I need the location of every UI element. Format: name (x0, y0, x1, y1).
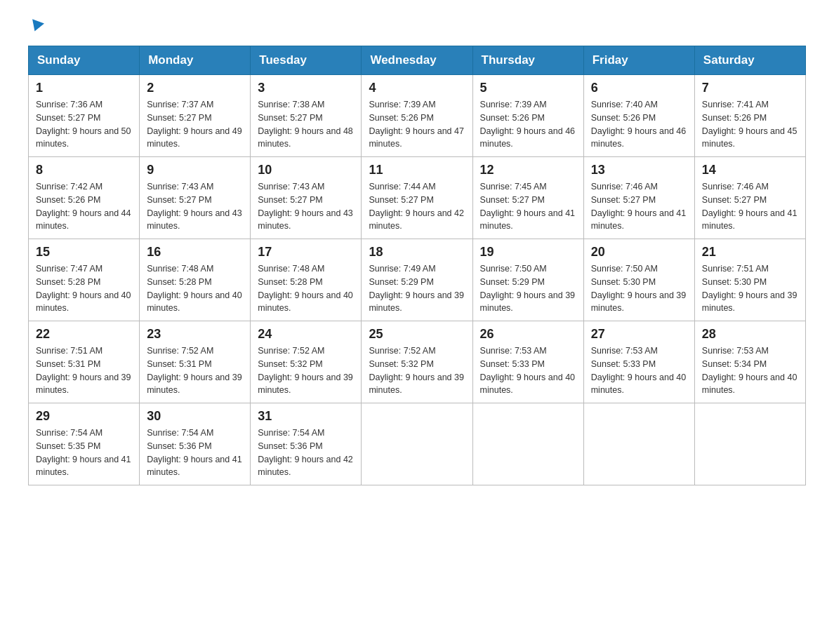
calendar-cell: 13Sunrise: 7:46 AMSunset: 5:27 PMDayligh… (583, 157, 694, 239)
day-number: 3 (258, 81, 354, 95)
calendar-cell: 7Sunrise: 7:41 AMSunset: 5:26 PMDaylight… (694, 75, 805, 157)
day-info: Sunrise: 7:43 AMSunset: 5:27 PMDaylight:… (258, 180, 354, 233)
calendar-cell: 12Sunrise: 7:45 AMSunset: 5:27 PMDayligh… (472, 157, 583, 239)
day-number: 16 (147, 245, 243, 260)
day-number: 27 (591, 327, 687, 342)
week-row-2: 8Sunrise: 7:42 AMSunset: 5:26 PMDaylight… (29, 157, 806, 239)
calendar-cell: 6Sunrise: 7:40 AMSunset: 5:26 PMDaylight… (583, 75, 694, 157)
day-info: Sunrise: 7:48 AMSunset: 5:28 PMDaylight:… (258, 262, 354, 315)
calendar-cell: 8Sunrise: 7:42 AMSunset: 5:26 PMDaylight… (29, 157, 140, 239)
day-info: Sunrise: 7:50 AMSunset: 5:30 PMDaylight:… (591, 262, 687, 315)
calendar-cell: 11Sunrise: 7:44 AMSunset: 5:27 PMDayligh… (362, 157, 472, 239)
day-info: Sunrise: 7:52 AMSunset: 5:32 PMDaylight:… (258, 344, 354, 397)
calendar-cell: 23Sunrise: 7:52 AMSunset: 5:31 PMDayligh… (140, 321, 251, 403)
calendar-cell: 15Sunrise: 7:47 AMSunset: 5:28 PMDayligh… (29, 239, 140, 321)
day-info: Sunrise: 7:44 AMSunset: 5:27 PMDaylight:… (369, 180, 465, 233)
day-info: Sunrise: 7:45 AMSunset: 5:27 PMDaylight:… (480, 180, 576, 233)
day-info: Sunrise: 7:40 AMSunset: 5:26 PMDaylight:… (591, 98, 687, 151)
week-row-4: 22Sunrise: 7:51 AMSunset: 5:31 PMDayligh… (29, 321, 806, 403)
calendar-cell: 5Sunrise: 7:39 AMSunset: 5:26 PMDaylight… (472, 75, 583, 157)
day-number: 17 (258, 245, 354, 260)
calendar-cell: 20Sunrise: 7:50 AMSunset: 5:30 PMDayligh… (583, 239, 694, 321)
day-info: Sunrise: 7:53 AMSunset: 5:34 PMDaylight:… (702, 344, 798, 397)
week-row-5: 29Sunrise: 7:54 AMSunset: 5:35 PMDayligh… (29, 403, 806, 485)
day-number: 20 (591, 245, 687, 260)
day-number: 28 (702, 327, 798, 342)
day-info: Sunrise: 7:53 AMSunset: 5:33 PMDaylight:… (591, 344, 687, 397)
calendar-cell: 16Sunrise: 7:48 AMSunset: 5:28 PMDayligh… (140, 239, 251, 321)
calendar-cell: 1Sunrise: 7:36 AMSunset: 5:27 PMDaylight… (29, 75, 140, 157)
day-info: Sunrise: 7:52 AMSunset: 5:32 PMDaylight:… (369, 344, 465, 397)
day-info: Sunrise: 7:48 AMSunset: 5:28 PMDaylight:… (147, 262, 243, 315)
day-info: Sunrise: 7:52 AMSunset: 5:31 PMDaylight:… (147, 344, 243, 397)
calendar-cell: 14Sunrise: 7:46 AMSunset: 5:27 PMDayligh… (694, 157, 805, 239)
day-number: 19 (480, 245, 576, 260)
day-info: Sunrise: 7:54 AMSunset: 5:35 PMDaylight:… (36, 427, 132, 479)
day-info: Sunrise: 7:51 AMSunset: 5:31 PMDaylight:… (36, 344, 132, 397)
calendar-cell: 2Sunrise: 7:37 AMSunset: 5:27 PMDaylight… (140, 75, 251, 157)
calendar-cell: 31Sunrise: 7:54 AMSunset: 5:36 PMDayligh… (251, 403, 362, 485)
day-number: 9 (147, 163, 243, 177)
day-number: 2 (147, 81, 243, 95)
calendar-cell: 21Sunrise: 7:51 AMSunset: 5:30 PMDayligh… (694, 239, 805, 321)
calendar-cell (694, 403, 805, 485)
weekday-header-sunday: Sunday (29, 46, 140, 75)
logo (28, 21, 43, 32)
day-info: Sunrise: 7:41 AMSunset: 5:26 PMDaylight:… (702, 98, 798, 151)
week-row-1: 1Sunrise: 7:36 AMSunset: 5:27 PMDaylight… (29, 75, 806, 157)
day-number: 13 (591, 163, 687, 177)
day-number: 25 (369, 327, 465, 342)
day-info: Sunrise: 7:47 AMSunset: 5:28 PMDaylight:… (36, 262, 132, 315)
calendar-cell (583, 403, 694, 485)
calendar-cell (362, 403, 472, 485)
page-header (28, 21, 806, 32)
day-number: 6 (591, 81, 687, 95)
calendar-cell: 22Sunrise: 7:51 AMSunset: 5:31 PMDayligh… (29, 321, 140, 403)
day-number: 1 (36, 81, 132, 95)
day-number: 10 (258, 163, 354, 177)
weekday-header-thursday: Thursday (472, 46, 583, 75)
day-number: 15 (36, 245, 132, 260)
day-number: 4 (369, 81, 465, 95)
day-info: Sunrise: 7:43 AMSunset: 5:27 PMDaylight:… (147, 180, 243, 233)
day-number: 5 (480, 81, 576, 95)
logo-triangle-icon (29, 19, 44, 33)
day-number: 24 (258, 327, 354, 342)
day-info: Sunrise: 7:54 AMSunset: 5:36 PMDaylight:… (258, 427, 354, 479)
calendar-cell: 29Sunrise: 7:54 AMSunset: 5:35 PMDayligh… (29, 403, 140, 485)
weekday-header-wednesday: Wednesday (362, 46, 472, 75)
day-info: Sunrise: 7:50 AMSunset: 5:29 PMDaylight:… (480, 262, 576, 315)
calendar-cell (472, 403, 583, 485)
day-number: 21 (702, 245, 798, 260)
weekday-header-friday: Friday (583, 46, 694, 75)
calendar-cell: 3Sunrise: 7:38 AMSunset: 5:27 PMDaylight… (251, 75, 362, 157)
weekday-header-row: SundayMondayTuesdayWednesdayThursdayFrid… (29, 46, 806, 75)
calendar-cell: 28Sunrise: 7:53 AMSunset: 5:34 PMDayligh… (694, 321, 805, 403)
day-number: 23 (147, 327, 243, 342)
day-info: Sunrise: 7:49 AMSunset: 5:29 PMDaylight:… (369, 262, 465, 315)
day-info: Sunrise: 7:37 AMSunset: 5:27 PMDaylight:… (147, 98, 243, 151)
day-info: Sunrise: 7:36 AMSunset: 5:27 PMDaylight:… (36, 98, 132, 151)
day-info: Sunrise: 7:51 AMSunset: 5:30 PMDaylight:… (702, 262, 798, 315)
day-info: Sunrise: 7:39 AMSunset: 5:26 PMDaylight:… (480, 98, 576, 151)
day-info: Sunrise: 7:46 AMSunset: 5:27 PMDaylight:… (591, 180, 687, 233)
day-info: Sunrise: 7:53 AMSunset: 5:33 PMDaylight:… (480, 344, 576, 397)
day-info: Sunrise: 7:54 AMSunset: 5:36 PMDaylight:… (147, 427, 243, 479)
day-number: 11 (369, 163, 465, 177)
day-number: 12 (480, 163, 576, 177)
day-number: 31 (258, 409, 354, 424)
day-info: Sunrise: 7:38 AMSunset: 5:27 PMDaylight:… (258, 98, 354, 151)
day-info: Sunrise: 7:42 AMSunset: 5:26 PMDaylight:… (36, 180, 132, 233)
day-number: 14 (702, 163, 798, 177)
week-row-3: 15Sunrise: 7:47 AMSunset: 5:28 PMDayligh… (29, 239, 806, 321)
calendar-cell: 30Sunrise: 7:54 AMSunset: 5:36 PMDayligh… (140, 403, 251, 485)
calendar-cell: 4Sunrise: 7:39 AMSunset: 5:26 PMDaylight… (362, 75, 472, 157)
day-number: 26 (480, 327, 576, 342)
calendar-cell: 18Sunrise: 7:49 AMSunset: 5:29 PMDayligh… (362, 239, 472, 321)
day-info: Sunrise: 7:46 AMSunset: 5:27 PMDaylight:… (702, 180, 798, 233)
calendar-cell: 10Sunrise: 7:43 AMSunset: 5:27 PMDayligh… (251, 157, 362, 239)
calendar-cell: 25Sunrise: 7:52 AMSunset: 5:32 PMDayligh… (362, 321, 472, 403)
day-number: 30 (147, 409, 243, 424)
day-info: Sunrise: 7:39 AMSunset: 5:26 PMDaylight:… (369, 98, 465, 151)
day-number: 18 (369, 245, 465, 260)
